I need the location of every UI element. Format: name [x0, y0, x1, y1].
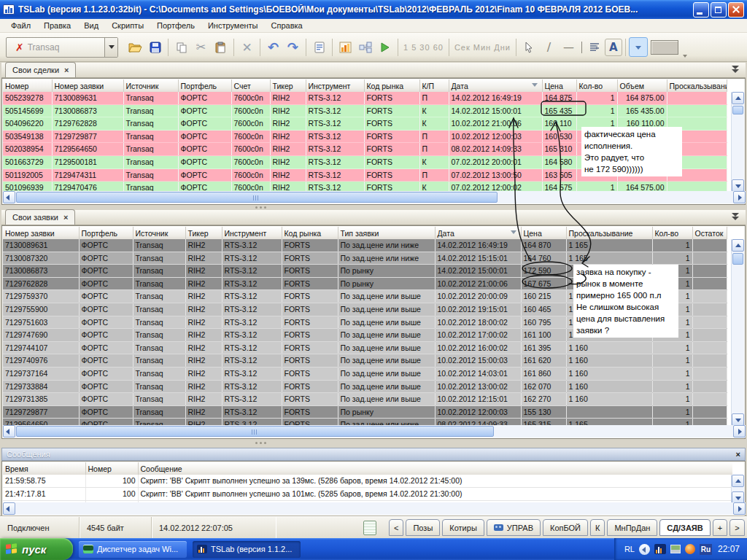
scroll-up-icon[interactable] — [732, 239, 744, 252]
script-editor-icon[interactable] — [309, 37, 329, 57]
pointer-tool-icon[interactable] — [519, 37, 539, 57]
fib-levels-tool-icon[interactable] — [585, 37, 605, 57]
col-header[interactable]: Портфель — [79, 227, 133, 239]
copy-icon[interactable] — [171, 37, 191, 57]
chart-style-dropdown[interactable] — [629, 37, 648, 57]
redo-icon[interactable]: ↷ — [283, 37, 303, 57]
scroll-right-icon[interactable] — [733, 502, 746, 515]
deals-vscrollbar[interactable] — [731, 92, 744, 192]
close-icon[interactable]: × — [64, 66, 69, 74]
display-settings-icon[interactable] — [670, 545, 681, 553]
close-icon[interactable]: × — [736, 450, 740, 459]
close-icon[interactable]: × — [63, 213, 68, 222]
col-header-date-sorted[interactable]: Дата — [435, 227, 521, 239]
menu-edit[interactable]: Правка — [37, 20, 77, 31]
col-header[interactable]: Портфель — [178, 79, 231, 92]
menu-help[interactable]: Справка — [265, 20, 309, 31]
close-button[interactable] — [728, 2, 744, 18]
tab-orders[interactable]: Свои заявки × — [5, 209, 75, 225]
cut-icon[interactable]: ✂ — [191, 37, 211, 57]
table-row[interactable]: 7129744107ФОРТСTransaqRIH2RTS-3.12FORTSП… — [3, 341, 727, 354]
table-row[interactable]: 7129737164ФОРТСTransaqRIH2RTS-3.12FORTSП… — [3, 367, 727, 380]
table-row[interactable]: 21:59:58.75100Скрипт: 'BB' Скрипт выполн… — [3, 475, 732, 488]
table-row[interactable]: 7130087320ФОРТСTransaqRIH2RTS-3.12FORTSП… — [3, 252, 727, 265]
horizontal-line-tool-icon[interactable]: — — [559, 37, 578, 57]
restore-button[interactable] — [711, 2, 727, 18]
table-row[interactable]: 5051456997130086873TransaqФОРТС7600c0nRI… — [3, 104, 727, 117]
col-header[interactable]: Проскальзывание — [667, 79, 727, 92]
scroll-down-icon[interactable] — [732, 179, 744, 192]
run-icon[interactable] — [375, 37, 395, 57]
col-header[interactable]: Инструмент — [306, 79, 364, 92]
log-indicator-icon[interactable] — [363, 521, 376, 535]
orders-vscrollbar[interactable] — [731, 239, 744, 426]
col-header[interactable]: Кол-во — [576, 79, 617, 92]
col-header[interactable]: Сообщение — [138, 462, 732, 475]
col-header[interactable]: Номер — [3, 79, 52, 92]
col-header[interactable]: Цена — [542, 79, 576, 92]
delete-icon[interactable]: ✕ — [237, 37, 257, 57]
workspace-tab-prev[interactable]: < — [389, 519, 403, 536]
col-header[interactable]: Кол-во — [652, 227, 692, 239]
workspace-tab-kotiry[interactable]: Котиры — [442, 519, 484, 536]
menu-portfolio[interactable]: Портфель — [150, 20, 201, 31]
col-header[interactable]: К/П — [419, 79, 449, 92]
workspace-tab-add[interactable]: + — [713, 519, 727, 536]
table-row[interactable]: 7129731385ФОРТСTransaqRIH2RTS-3.12FORTSП… — [3, 393, 727, 406]
workspace-tab-sdzayav-active[interactable]: СД/ЗАЯВ — [659, 519, 710, 536]
col-header[interactable]: Номер заявки — [3, 227, 79, 239]
scroll-left-icon[interactable] — [3, 425, 15, 438]
splitter-handle[interactable] — [248, 206, 273, 209]
menu-view[interactable]: Вид — [77, 20, 105, 31]
start-button[interactable]: пуск — [0, 538, 73, 560]
menu-file[interactable]: Файл — [4, 20, 37, 31]
deals-hscrollbar[interactable] — [3, 191, 746, 203]
col-header-date-sorted[interactable]: Дата — [449, 79, 542, 92]
scroll-right-icon[interactable] — [733, 425, 746, 438]
timeframe-numbers[interactable]: 1 5 30 60 — [401, 43, 446, 52]
language-indicator[interactable]: Ru — [700, 544, 712, 555]
timeframe-units[interactable]: Сек Мин Дни — [452, 43, 513, 52]
workspace-tab-uprav[interactable]: УПРАВ — [487, 519, 541, 536]
scroll-down-icon[interactable] — [732, 413, 744, 426]
scroll-up-icon[interactable] — [732, 92, 744, 104]
col-header[interactable]: Объем — [617, 79, 667, 92]
agent-status-icon[interactable] — [685, 544, 695, 554]
scroll-left-icon[interactable] — [3, 502, 15, 515]
workspace-tab-next[interactable]: > — [729, 519, 744, 536]
table-row[interactable]: 5010969397129470476TransaqФОРТС7600c0nRI… — [3, 182, 727, 192]
optimization-chart-icon[interactable] — [336, 37, 355, 57]
tray-collapse-icon[interactable] — [639, 544, 650, 555]
col-header[interactable]: Время — [3, 462, 85, 475]
col-header[interactable]: Тип заявки — [338, 227, 435, 239]
taskbar-item-taskmanager[interactable]: Диспетчер задач Wi... — [79, 541, 187, 558]
messages-vscrollbar[interactable] — [731, 475, 744, 504]
color-swatch[interactable] — [651, 40, 678, 55]
workspace-tab-mnprdan[interactable]: МнПрДан — [607, 519, 657, 536]
paste-icon[interactable] — [211, 37, 231, 57]
workspace-tab-pozy[interactable]: Позы — [406, 519, 440, 536]
messages-hscrollbar[interactable] — [3, 502, 746, 515]
tray-lang-left[interactable]: RL — [624, 545, 635, 553]
table-row[interactable]: 7129740976ФОРТСTransaqRIH2RTS-3.12FORTSП… — [3, 354, 727, 368]
menu-scripts[interactable]: Скрипты — [105, 20, 150, 31]
table-row[interactable]: 7130089631ФОРТСTransaqRIH2RTS-3.12FORTSП… — [3, 239, 727, 252]
workspace-tab-kopboy[interactable]: КопБОЙ — [543, 519, 588, 536]
table-row[interactable]: 21:47:17.81100Скрипт: 'BB' Скрипт выполн… — [3, 488, 732, 501]
text-tool-icon[interactable]: A — [605, 39, 622, 56]
save-icon[interactable] — [145, 37, 165, 57]
clock[interactable]: 22:07 — [718, 544, 740, 554]
table-row[interactable]: 5052392787130089631TransaqФОРТС7600c0nRI… — [3, 92, 727, 104]
trendline-tool-icon[interactable]: / — [539, 37, 559, 57]
col-header[interactable]: Остаток — [692, 227, 727, 239]
undo-icon[interactable]: ↶ — [263, 37, 283, 57]
col-header[interactable]: Инструмент — [222, 227, 282, 239]
splitter-handle[interactable] — [248, 442, 273, 445]
col-header[interactable]: Номер — [85, 462, 138, 475]
agents-diagram-icon[interactable] — [355, 37, 375, 57]
combo-dropdown-arrow[interactable] — [104, 38, 117, 57]
menu-tools[interactable]: Инструменты — [201, 20, 265, 31]
transaq-provider-combo[interactable]: ✗ Transaq — [6, 37, 118, 58]
scroll-up-icon[interactable] — [732, 475, 744, 487]
toolbar-overflow-icon[interactable] — [683, 55, 687, 60]
